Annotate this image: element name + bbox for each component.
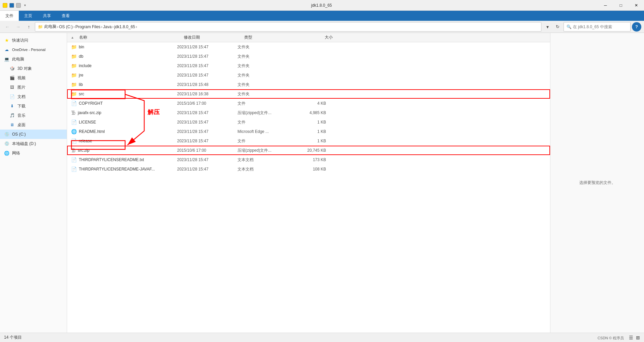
file-name-cell: 🗜 javafx-src.zip (70, 110, 177, 115)
sidebar-item-onedrive[interactable]: ☁ OneDrive - Personal (0, 45, 67, 54)
address-dropdown[interactable]: ▾ (543, 22, 552, 32)
status-count: 14 个项目 (4, 335, 22, 340)
file-date-cell: 2023/11/28 16:38 (177, 92, 237, 96)
search-box[interactable]: 🔍 (564, 22, 631, 32)
file-type-cell: 文件 (237, 138, 298, 144)
file-row[interactable]: 📄 LICENSE 2023/11/28 15:47 文件 1 KB (67, 117, 550, 127)
menu-view[interactable]: 查看 (56, 11, 75, 21)
col-header-name[interactable]: 名称 (76, 35, 184, 40)
breadcrumb-thispc[interactable]: 此电脑 (44, 24, 56, 30)
breadcrumb-osc[interactable]: OS (C:) (59, 25, 73, 29)
sidebar-item-3dobjects[interactable]: 🎲 3D 对象 (0, 64, 67, 73)
menu-bar: 文件 主页 共享 查看 (0, 11, 644, 21)
file-row[interactable]: 📄 COPYRIGHT 2015/10/6 17:00 文件 4 KB (67, 99, 550, 108)
file-size-cell: 20,745 KB (298, 148, 331, 153)
file-row[interactable]: 📄 release 2023/11/28 15:47 文件 1 KB (67, 136, 550, 146)
sidebar-item-picture[interactable]: 🖼 图片 (0, 83, 67, 92)
sidebar-label-download: 下载 (17, 103, 25, 109)
view-grid-icon[interactable]: ⊞ (636, 335, 640, 340)
sidebar-item-drived[interactable]: 💿 本地磁盘 (D:) (0, 139, 67, 148)
breadcrumb-programfiles[interactable]: Program Files (75, 25, 101, 29)
sidebar-label-drived: 本地磁盘 (D:) (12, 141, 36, 147)
main-container: ★ 快速访问 ☁ OneDrive - Personal 💻 此电脑 🎲 3D … (0, 33, 644, 333)
sidebar-item-thispc[interactable]: 💻 此电脑 (0, 54, 67, 64)
menu-share[interactable]: 共享 (38, 11, 56, 21)
view-list-icon[interactable]: ☰ (629, 335, 633, 340)
file-row[interactable]: 📄 THIRDPARTYLICENSEREADME-JAVAF... 2023/… (67, 164, 550, 174)
file-list: 📁 bin 2023/11/28 15:47 文件夹 📁 db 2023/11/… (67, 42, 550, 333)
menu-home[interactable]: 主页 (19, 11, 38, 21)
col-header-type[interactable]: 类型 (244, 35, 305, 40)
file-name-cell: 📄 COPYRIGHT (70, 101, 177, 106)
file-row[interactable]: 📁 bin 2023/11/28 15:47 文件夹 (67, 42, 550, 52)
file-date-cell: 2023/11/28 15:47 (177, 157, 237, 162)
drive-c-icon: 💿 (4, 132, 9, 137)
refresh-button[interactable]: ↻ (553, 22, 562, 32)
folder-icon: 📁 (71, 44, 77, 50)
sidebar-item-osc[interactable]: 💿 OS (C:) (0, 130, 67, 139)
file-date-cell: 2023/11/28 15:47 (177, 167, 237, 172)
column-headers: ▲ 名称 修改日期 类型 大小 (67, 33, 550, 42)
col-header-size[interactable]: 大小 (305, 35, 338, 40)
file-row[interactable]: 🌐 README.html 2023/11/28 15:47 Microsoft… (67, 127, 550, 136)
maximize-button[interactable]: □ (613, 0, 629, 11)
help-button[interactable]: ? (632, 22, 641, 32)
forward-button[interactable]: → (13, 22, 23, 32)
undo-icon[interactable] (16, 3, 21, 8)
sidebar-item-download[interactable]: ⬇ 下载 (0, 101, 67, 111)
file-row[interactable]: 📁 lib 2023/11/28 15:48 文件夹 (67, 80, 550, 89)
close-button[interactable]: ✕ (629, 0, 644, 11)
3dobject-icon: 🎲 (9, 66, 15, 71)
file-row[interactable]: 🗜 src.zip 2015/10/6 17:00 压缩(zipped)文件..… (67, 146, 550, 155)
file-row[interactable]: 📁 db 2023/11/28 15:47 文件夹 (67, 52, 550, 61)
sidebar-item-desktop[interactable]: 🖥 桌面 (0, 120, 67, 130)
quick-access-icon[interactable] (3, 3, 7, 8)
minimize-button[interactable]: ─ (598, 0, 613, 11)
file-type-cell: 文件夹 (237, 63, 298, 69)
title-bar: ▾ jdk1.8.0_65 ─ □ ✕ (0, 0, 644, 11)
sidebar-item-video[interactable]: 🎬 视频 (0, 73, 67, 83)
file-type-cell: 压缩(zipped)文件... (237, 148, 298, 153)
file-icon: 📄 (71, 138, 77, 144)
status-bar: 14 个项目 ☰ ⊞ (0, 333, 644, 342)
file-type-cell: 文本文档 (237, 157, 298, 163)
file-name-label: include (79, 63, 92, 68)
sort-up-indicator[interactable]: ▲ (70, 36, 76, 39)
file-name-label: jre (79, 73, 83, 78)
sidebar-item-document[interactable]: 📄 文档 (0, 92, 67, 101)
up-button[interactable]: ↑ (24, 22, 34, 32)
sidebar-item-music[interactable]: 🎵 音乐 (0, 111, 67, 120)
desktop-icon: 🖥 (9, 122, 15, 128)
download-icon: ⬇ (9, 103, 15, 109)
breadcrumb-java[interactable]: Java (103, 25, 111, 29)
file-row[interactable]: 📁 jre 2023/11/28 15:47 文件夹 (67, 70, 550, 80)
col-header-date[interactable]: 修改日期 (184, 35, 244, 40)
sidebar-item-quickaccess[interactable]: ★ 快速访问 (0, 36, 67, 45)
sidebar-label-document: 文档 (17, 94, 25, 100)
sidebar-label-music: 音乐 (17, 113, 25, 118)
breadcrumb-jdk[interactable]: jdk1.8.0_65 (114, 25, 135, 29)
file-icon: 📄 (71, 166, 77, 172)
save-icon[interactable] (9, 3, 14, 8)
watermark: CSDN © 程序员 (598, 336, 624, 341)
zip-icon: 🗜 (71, 110, 76, 115)
title-controls: ─ □ ✕ (598, 0, 644, 11)
file-row[interactable]: 📄 THIRDPARTYLICENSEREADME.txt 2023/11/28… (67, 155, 550, 164)
sidebar-item-network[interactable]: 🌐 网络 (0, 148, 67, 158)
back-button[interactable]: ← (3, 22, 12, 32)
file-row[interactable]: 🗜 javafx-src.zip 2023/11/28 15:47 压缩(zip… (67, 108, 550, 117)
address-box[interactable]: 📁 此电脑 › OS (C:) › Program Files › Java ›… (35, 22, 541, 32)
folder-icon: 📁 (71, 54, 77, 59)
file-name-label: src (79, 92, 84, 96)
menu-file[interactable]: 文件 (0, 11, 19, 21)
file-type-cell: 文件 (237, 101, 298, 106)
file-row[interactable]: 📁 src 2023/11/28 16:38 文件夹 (67, 89, 550, 99)
sidebar-label-quickaccess: 快速访问 (12, 38, 28, 43)
file-date-cell: 2023/11/28 15:47 (177, 73, 237, 78)
search-input[interactable] (573, 25, 628, 29)
file-icon: 📄 (71, 101, 77, 106)
file-date-cell: 2023/11/28 15:47 (177, 120, 237, 125)
file-row[interactable]: 📁 include 2023/11/28 15:47 文件夹 (67, 61, 550, 70)
computer-icon: 💻 (4, 56, 9, 62)
file-size-cell: 1 KB (298, 139, 331, 143)
